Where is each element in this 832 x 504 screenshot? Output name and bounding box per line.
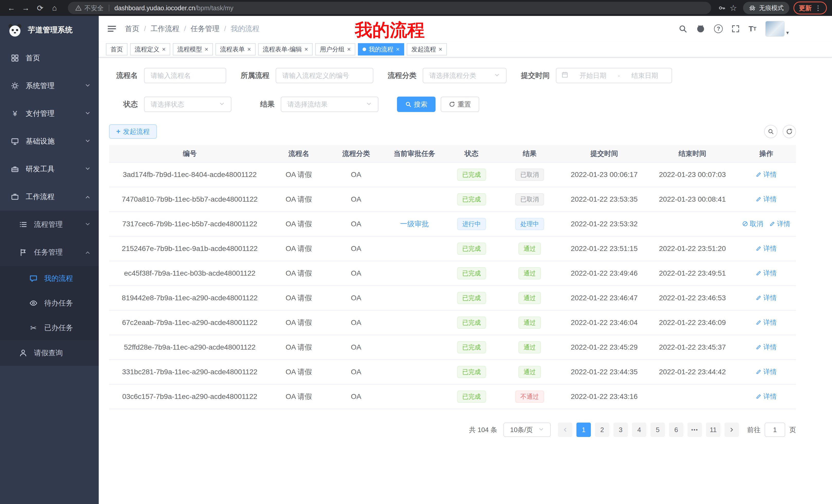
cell-submit-time: 2022-01-22 23:46:04 — [560, 310, 648, 335]
page-size-select[interactable]: 10条/页 — [503, 423, 551, 437]
search-toggle-button[interactable] — [764, 125, 778, 138]
hamburger-icon[interactable] — [107, 24, 117, 34]
font-size-icon[interactable]: TT — [749, 24, 756, 33]
key-icon[interactable] — [716, 2, 728, 13]
category-select[interactable]: 请选择流程分类 — [423, 68, 506, 83]
detail-link[interactable]: 详情 — [756, 269, 777, 278]
back-icon[interactable]: ← — [5, 2, 18, 14]
page-unit-label: 页 — [789, 425, 796, 435]
close-icon[interactable]: × — [205, 46, 208, 52]
tab-process-definition[interactable]: 流程定义× — [130, 43, 170, 55]
process-def-input[interactable] — [276, 68, 373, 83]
search-icon[interactable] — [678, 24, 687, 33]
close-icon[interactable]: × — [396, 46, 399, 52]
column-header: 操作 — [736, 145, 796, 162]
top-navbar: 首页 / 工作流程 / 任务管理 / 我的流程 ? TT ▾ — [99, 16, 832, 41]
fullscreen-icon[interactable] — [731, 25, 740, 33]
tab-start-process[interactable]: 发起流程× — [407, 43, 447, 55]
forward-icon[interactable]: → — [20, 2, 32, 14]
sidebar-item-home[interactable]: 首页 — [0, 44, 99, 72]
close-icon[interactable]: × — [347, 46, 351, 52]
tab-my-process[interactable]: 我的流程× — [358, 43, 404, 55]
github-icon[interactable] — [696, 24, 705, 33]
table-row: ec45f38f-7b9a-11ec-b03b-acde48001122OA 请… — [109, 261, 796, 286]
breadcrumb-workflow[interactable]: 工作流程 — [151, 24, 179, 34]
table-row: 331bc281-7b9a-11ec-a290-acde48001122OA 请… — [109, 360, 796, 384]
result-badge: 不通过 — [515, 390, 544, 403]
sidebar-item-done-tasks[interactable]: ✂ 已办任务 — [0, 315, 99, 340]
goto-label: 前往 — [747, 425, 760, 435]
sidebar-item-task-mgmt[interactable]: 任务管理 — [0, 239, 99, 266]
page-button-2[interactable]: 2 — [595, 423, 609, 437]
detail-link[interactable]: 详情 — [756, 318, 777, 327]
home-icon[interactable]: ⌂ — [48, 2, 61, 14]
tab-process-model[interactable]: 流程模型× — [173, 43, 213, 55]
status-select[interactable]: 请选择状态 — [144, 96, 231, 112]
bookmark-star-icon[interactable]: ☆ — [728, 2, 739, 13]
close-icon[interactable]: × — [439, 46, 442, 52]
reload-icon[interactable]: ⟳ — [34, 2, 46, 14]
start-process-button[interactable]: + 发起流程 — [109, 124, 157, 139]
submit-time-range[interactable]: 开始日期 - 结束日期 — [556, 68, 672, 83]
sidebar-item-system[interactable]: 系统管理 — [0, 72, 99, 100]
breadcrumb-task-mgmt[interactable]: 任务管理 — [191, 24, 219, 34]
page-button-3[interactable]: 3 — [614, 423, 628, 437]
close-icon[interactable]: × — [162, 46, 165, 52]
result-select[interactable]: 请选择流结果 — [281, 96, 379, 112]
more-pages-button[interactable]: ••• — [687, 423, 702, 437]
tab-process-form[interactable]: 流程表单× — [215, 43, 256, 55]
menu-dots-icon[interactable]: ⋮ — [815, 4, 822, 12]
status-badge: 已完成 — [457, 341, 486, 354]
process-name-input[interactable] — [144, 68, 226, 83]
tab-user-group[interactable]: 用户分组× — [315, 43, 355, 55]
search-button[interactable]: 搜索 — [397, 96, 436, 112]
next-page-button[interactable] — [725, 423, 739, 437]
goto-page-input[interactable] — [765, 423, 785, 437]
sidebar-item-infrastructure[interactable]: 基础设施 — [0, 128, 99, 155]
detail-link[interactable]: 详情 — [756, 293, 777, 302]
prev-page-button[interactable] — [558, 423, 572, 437]
detail-link[interactable]: 详情 — [756, 367, 777, 376]
sidebar-item-todo-tasks[interactable]: 待办任务 — [0, 291, 99, 315]
user-avatar[interactable]: ▾ — [765, 21, 789, 37]
warning-icon — [75, 5, 82, 11]
page-button-4[interactable]: 4 — [632, 423, 646, 437]
chevron-down-icon — [85, 137, 90, 145]
page-button-1[interactable]: 1 — [576, 423, 591, 437]
sidebar-item-payment[interactable]: ¥ 支付管理 — [0, 100, 99, 128]
address-bar[interactable]: 不安全 dashboard.yudao.iocoder.cn/bpm/task/… — [68, 2, 711, 14]
close-icon[interactable]: × — [305, 46, 308, 52]
refresh-table-button[interactable] — [783, 125, 796, 138]
detail-link[interactable]: 详情 — [769, 219, 790, 228]
yen-icon: ¥ — [10, 109, 20, 118]
page-button-6[interactable]: 6 — [669, 423, 683, 437]
reset-button[interactable]: 重置 — [441, 96, 479, 112]
sidebar-item-my-process[interactable]: 我的流程 — [0, 266, 99, 291]
page-button-11[interactable]: 11 — [706, 423, 721, 437]
sidebar-item-dev-tools[interactable]: 研发工具 — [0, 155, 99, 183]
tab-home[interactable]: 首页 — [106, 43, 128, 55]
cell-actions: 详情 — [736, 384, 796, 409]
current-task-link[interactable]: 一级审批 — [400, 220, 429, 228]
breadcrumb-separator: / — [144, 25, 146, 33]
cancel-link[interactable]: 取消 — [742, 219, 763, 228]
update-button[interactable]: 更新 ⋮ — [794, 2, 827, 15]
breadcrumb-home[interactable]: 首页 — [125, 24, 139, 34]
help-icon[interactable]: ? — [714, 24, 723, 33]
table-toolbar: + 发起流程 — [109, 124, 796, 139]
status-badge: 已完成 — [457, 292, 486, 304]
detail-link[interactable]: 详情 — [756, 244, 777, 253]
detail-link[interactable]: 详情 — [756, 170, 777, 179]
cell-actions: 详情 — [736, 286, 796, 310]
sidebar-item-process-mgmt[interactable]: 流程管理 — [0, 211, 99, 239]
sidebar-item-workflow[interactable]: 工作流程 — [0, 183, 99, 211]
page-button-5[interactable]: 5 — [650, 423, 665, 437]
sidebar-item-leave-query[interactable]: 请假查询 — [0, 340, 99, 366]
chevron-down-icon — [85, 220, 90, 229]
detail-link[interactable]: 详情 — [756, 343, 777, 352]
detail-link[interactable]: 详情 — [756, 195, 777, 204]
detail-link[interactable]: 详情 — [756, 392, 777, 401]
close-icon[interactable]: × — [247, 46, 251, 52]
tab-process-form-edit[interactable]: 流程表单-编辑× — [258, 43, 313, 55]
column-header: 当前审批任务 — [385, 145, 444, 162]
